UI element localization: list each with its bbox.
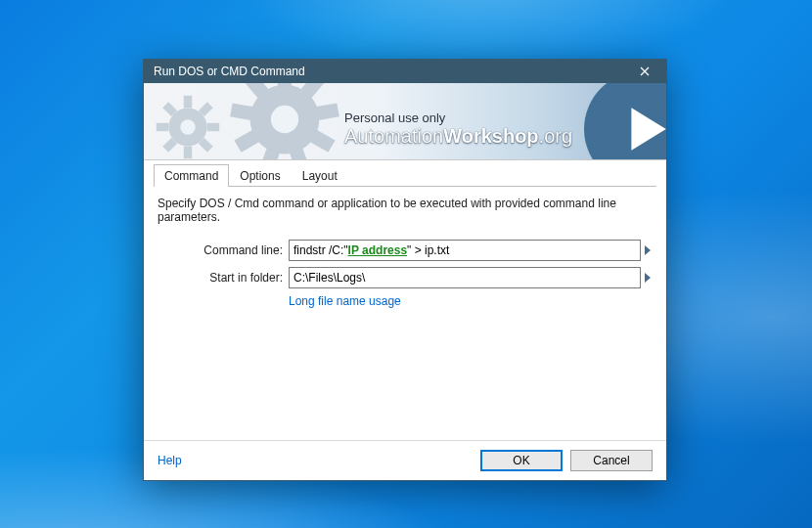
svg-marker-21	[631, 108, 665, 151]
svg-point-20	[271, 106, 298, 133]
banner-subtitle: Personal use only	[344, 110, 445, 125]
description-text: Specify DOS / Cmd command or application…	[158, 197, 653, 224]
label-start-folder: Start in folder:	[158, 271, 289, 285]
svg-point-9	[180, 119, 195, 134]
tab-command[interactable]: Command	[154, 164, 229, 187]
gear-icon	[227, 83, 342, 160]
ok-button[interactable]: OK	[480, 450, 563, 471]
svg-rect-3	[207, 123, 220, 131]
titlebar[interactable]: Run DOS or CMD Command	[144, 60, 666, 83]
dialog-window: Run DOS or CMD Command Personal use only	[143, 59, 667, 481]
svg-rect-1	[184, 96, 192, 109]
row-start-folder: Start in folder:	[158, 267, 653, 288]
banner-title: AutomationWorkshop.org	[344, 125, 572, 148]
row-command-line: Command line: findstr /C:"IP address" > …	[158, 240, 653, 261]
svg-rect-7	[157, 123, 169, 131]
banner-title-a: Automation	[344, 125, 443, 147]
command-line-picker-button[interactable]	[643, 245, 653, 255]
desktop-background: Run DOS or CMD Command Personal use only	[0, 0, 812, 528]
cancel-button[interactable]: Cancel	[570, 450, 653, 471]
gear-icon	[154, 93, 222, 160]
label-command-line: Command line:	[158, 243, 289, 257]
start-folder-input[interactable]	[289, 267, 641, 288]
svg-marker-22	[645, 245, 651, 255]
button-bar: Help OK Cancel	[144, 440, 666, 480]
svg-rect-5	[184, 147, 192, 159]
banner-title-b: Workshop	[443, 125, 538, 147]
svg-rect-13	[316, 103, 338, 120]
tab-layout[interactable]: Layout	[292, 164, 348, 187]
command-line-suffix: " > ip.txt	[407, 243, 449, 257]
help-link[interactable]: Help	[158, 454, 182, 467]
close-button[interactable]	[623, 60, 666, 83]
banner-title-c: .org	[539, 125, 572, 147]
svg-rect-11	[278, 83, 292, 86]
chevron-right-icon	[645, 245, 651, 255]
play-icon	[584, 83, 666, 160]
command-line-variable: IP address	[348, 243, 407, 257]
long-file-name-link[interactable]: Long file name usage	[289, 294, 653, 308]
svg-marker-23	[645, 273, 651, 283]
tab-row: Command Options Layout	[144, 160, 666, 187]
command-line-prefix: findstr /C:"	[293, 243, 348, 257]
chevron-right-icon	[645, 273, 651, 283]
svg-rect-18	[230, 103, 252, 120]
tab-panel-command: Specify DOS / Cmd command or application…	[144, 187, 666, 322]
start-folder-picker-button[interactable]	[643, 273, 653, 283]
window-title: Run DOS or CMD Command	[154, 65, 623, 78]
tab-options[interactable]: Options	[229, 164, 291, 187]
banner: Personal use only AutomationWorkshop.org	[144, 83, 666, 160]
command-line-input[interactable]: findstr /C:"IP address" > ip.txt	[289, 240, 641, 261]
close-icon	[640, 66, 650, 76]
